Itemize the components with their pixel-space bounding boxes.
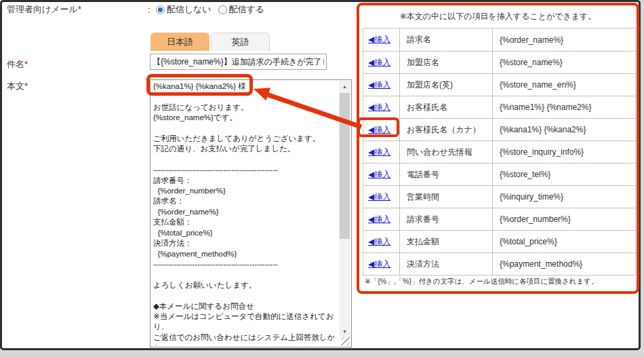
tab-japanese-label: 日本語 [167,36,193,48]
variable-placeholder: {%order_number%} [492,208,635,230]
variable-name: お客様氏名（カナ） [399,119,492,140]
annotation-highlight-kana-insert [357,117,399,137]
textarea-scrollbar[interactable]: ▲ ▼ [339,81,350,337]
admin-mail-label-text: 管理者向けメール [7,4,78,14]
variable-name: 請求名 [399,29,492,51]
body-text: {%kana1%} {%kana2%} 様 お世話になっております。 {%sto… [153,81,339,345]
admin-mail-label: 管理者向けメール* [7,3,81,16]
variable-name: 決済方法 [399,253,492,275]
scroll-down-icon[interactable]: ▼ [339,326,350,337]
variable-placeholder: {%inquiry_time%} [492,186,635,208]
table-row: ◀挿入 営業時間 {%inquiry_time%} [363,185,635,208]
textarea-resize-handle-icon[interactable] [341,337,350,345]
table-row: ◀挿入 請求番号 {%order_number%} [363,208,635,230]
variable-name: 加盟店名 [399,52,492,73]
variable-name: 問い合わせ先情報 [399,141,492,163]
scrollbar-thumb[interactable] [340,93,350,239]
table-row: ◀挿入 電話番号 {%store_tel%} [363,163,635,185]
table-row: ◀挿入 加盟店名(英) {%store_name_en%} [363,73,635,96]
body-label-text: 本文 [7,81,24,91]
body-textarea[interactable]: {%kana1%} {%kana2%} 様 お世話になっております。 {%sto… [150,79,352,347]
insert-button[interactable]: ◀挿入 [368,147,390,158]
table-row: ◀挿入 決済方法 {%payment_method%} [363,252,635,275]
tab-japanese[interactable]: 日本語 [150,33,209,51]
insert-button[interactable]: ◀挿入 [368,191,390,203]
variable-placeholder: {%store_tel%} [492,164,635,185]
insert-button[interactable]: ◀挿入 [368,169,390,181]
variable-name: 電話番号 [399,164,492,185]
variable-placeholder: {%name1%} {%name2%} [492,96,635,118]
table-row: ◀挿入 加盟店名 {%store_name%} [363,51,635,73]
table-row: ◀挿入 お客様氏名 {%name1%} {%name2%} [363,96,635,118]
variable-placeholder: {%order_name%} [492,29,635,51]
variable-name: 営業時間 [399,186,492,208]
radio-delivery[interactable] [218,5,227,14]
panel-footer-note: ※「{%」,「%}」付きの文字は、メール送信時に各項目に置換されます。 [365,277,599,286]
variable-placeholder: {%store_inquiry_info%} [492,141,635,163]
radio-delivery-label: 配信する [229,3,265,16]
insert-variables-panel: ※本文の中に以下の項目を挿入することができます。 ◀挿入 請求名 {%order… [357,3,639,294]
required-mark: * [24,59,28,69]
insert-button[interactable]: ◀挿入 [368,214,390,225]
label-colon: : [148,5,150,15]
variable-name: 請求番号 [399,208,492,230]
variable-placeholder: {%kana1%} {%kana2%} [492,119,635,140]
radio-no-delivery[interactable] [156,5,165,14]
admin-mail-radio-group: : 配信しない 配信する [148,3,266,16]
required-mark: * [78,4,81,14]
panel-header-note: ※本文の中に以下の項目を挿入することができます。 [359,11,637,22]
table-row-kana: ◀挿入 お客様氏名（カナ） {%kana1%} {%kana2%} [363,118,635,140]
body-label: 本文* [7,80,28,92]
variable-placeholder: {%total_price%} [492,231,635,252]
variable-name: 支払金額 [399,231,492,252]
variable-name: 加盟店名(英) [399,74,492,96]
insert-button[interactable]: ◀挿入 [368,57,390,69]
table-row: ◀挿入 問い合わせ先情報 {%store_inquiry_info%} [363,140,635,163]
insert-button[interactable]: ◀挿入 [368,34,390,45]
variable-name: お客様氏名 [399,96,492,118]
tab-english[interactable]: 英語 [211,33,270,51]
variables-table: ◀挿入 請求名 {%order_name%} ◀挿入 加盟店名 {%store_… [363,28,636,276]
scroll-up-icon[interactable]: ▲ [339,81,350,92]
subject-label: 件名* [7,58,28,71]
variable-placeholder: {%payment_method%} [492,253,635,275]
tab-english-label: 英語 [232,36,249,48]
insert-button[interactable]: ◀挿入 [368,102,390,113]
insert-button[interactable]: ◀挿入 [368,79,390,91]
required-mark: * [24,81,28,91]
email-template-editor: 管理者向けメール* : 配信しない 配信する 日本語 英語 件名* 本文* {%… [0,0,644,357]
insert-button[interactable]: ◀挿入 [368,236,390,248]
annotation-highlight-body-line [146,74,253,96]
table-row: ◀挿入 支払金額 {%total_price%} [363,230,635,252]
subject-input[interactable] [150,54,327,70]
table-row: ◀挿入 請求名 {%order_name%} [363,29,635,51]
subject-label-text: 件名 [7,59,24,69]
insert-button[interactable]: ◀挿入 [368,259,390,270]
radio-no-delivery-label: 配信しない [167,3,212,16]
variable-placeholder: {%store_name%} [492,52,635,73]
variable-placeholder: {%store_name_en%} [492,74,635,96]
